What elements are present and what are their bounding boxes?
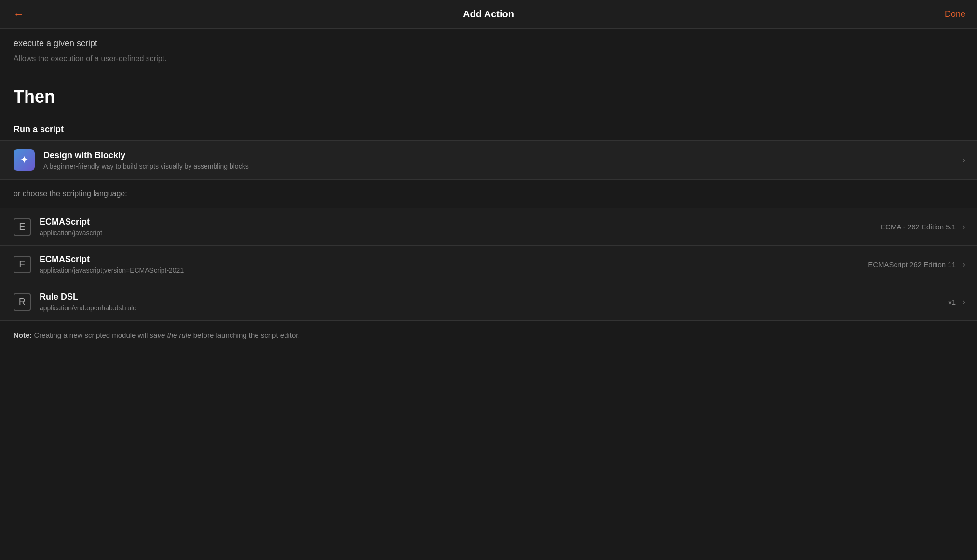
ecma11-subtitle: application/javascript;version=ECMAScrip… <box>40 267 184 274</box>
run-script-heading: Run a script <box>0 124 977 140</box>
note-text-after: before launching the script editor. <box>193 331 300 339</box>
page-title: Add Action <box>463 9 514 20</box>
ecma51-title: ECMAScript <box>40 217 102 227</box>
then-section: Then <box>0 73 977 124</box>
choose-lang-label: or choose the scripting language: <box>0 180 977 208</box>
execute-title: execute a given script <box>14 39 963 49</box>
lang-item-ecma51[interactable]: E ECMAScript application/javascript ECMA… <box>0 208 977 246</box>
execute-description: execute a given script Allows the execut… <box>0 29 977 73</box>
note-text-before: Creating a new scripted module will <box>34 331 150 339</box>
ecma51-letter-icon: E <box>14 218 31 236</box>
ecma11-version: ECMAScript 262 Edition 11 <box>868 260 956 268</box>
lang-item-ruledsl[interactable]: R Rule DSL application/vnd.openhab.dsl.r… <box>0 283 977 321</box>
ecma11-text: ECMAScript application/javascript;versio… <box>40 254 184 274</box>
ruledsl-subtitle: application/vnd.openhab.dsl.rule <box>40 304 136 312</box>
ecma51-subtitle: application/javascript <box>40 229 102 237</box>
note-section: Note: Creating a new scripted module wil… <box>0 321 977 349</box>
blockly-chevron-icon: › <box>963 155 965 165</box>
ecma11-chevron-icon: › <box>963 259 965 269</box>
blockly-icon: ✦ <box>14 149 35 171</box>
ruledsl-title: Rule DSL <box>40 292 136 302</box>
ruledsl-text: Rule DSL application/vnd.openhab.dsl.rul… <box>40 292 136 312</box>
note-label: Note: <box>14 331 32 339</box>
header: ← Add Action Done <box>0 0 977 29</box>
ecma51-chevron-icon: › <box>963 222 965 232</box>
blockly-title: Design with Blockly <box>43 150 249 160</box>
note-italic-text: save the rule <box>150 331 191 339</box>
blockly-subtitle: A beginner-friendly way to build scripts… <box>43 162 249 170</box>
content: execute a given script Allows the execut… <box>0 29 977 349</box>
back-arrow-icon: ← <box>14 8 24 21</box>
blockly-item[interactable]: ✦ Design with Blockly A beginner-friendl… <box>0 141 977 180</box>
ruledsl-chevron-icon: › <box>963 297 965 307</box>
ecma51-text: ECMAScript application/javascript <box>40 217 102 237</box>
ruledsl-version: v1 <box>948 298 956 306</box>
ecma11-letter-icon: E <box>14 256 31 273</box>
ecma11-title: ECMAScript <box>40 254 184 265</box>
ecma51-version: ECMA - 262 Edition 5.1 <box>881 223 956 231</box>
execute-subtitle: Allows the execution of a user-defined s… <box>14 54 963 63</box>
blockly-text: Design with Blockly A beginner-friendly … <box>43 150 249 170</box>
lang-item-ecma11[interactable]: E ECMAScript application/javascript;vers… <box>0 246 977 283</box>
ruledsl-letter-icon: R <box>14 293 31 311</box>
back-button[interactable]: ← <box>12 6 26 23</box>
blockly-icon-symbol: ✦ <box>20 154 28 166</box>
then-heading: Then <box>14 87 963 107</box>
note-text: Note: Creating a new scripted module wil… <box>14 331 963 339</box>
done-button[interactable]: Done <box>945 9 965 19</box>
